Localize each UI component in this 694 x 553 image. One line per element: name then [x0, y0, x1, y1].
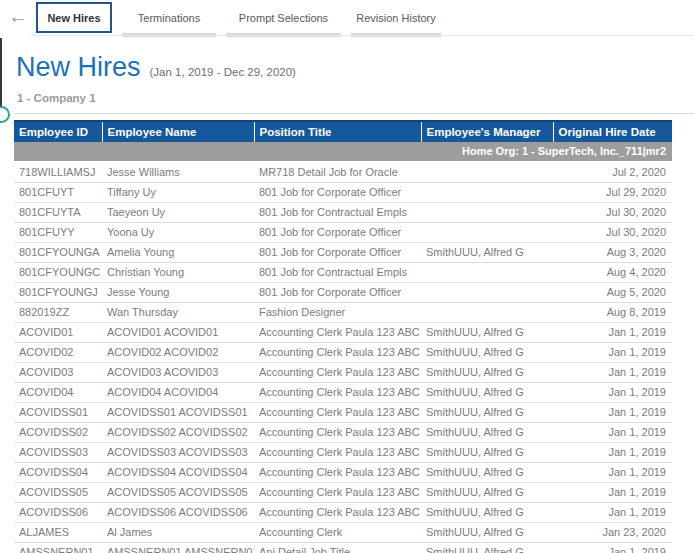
cell-employee-id: 801CFYOUNGJ — [14, 283, 102, 303]
cell-employee-name: Tiffany Uy — [102, 183, 254, 203]
cell-employee-name: AMSSNERN01 AMSSNERN01 — [102, 543, 254, 553]
cell-original-hire-date: Jan 1, 2019 — [553, 423, 672, 443]
cell-employee-name: ACOVIDSS06 ACOVIDSS06 — [102, 503, 254, 523]
cell-position-title: Accounting Clerk Paula 123 ABC — [254, 363, 421, 383]
cell-position-title: Accounting Clerk Paula 123 ABC — [254, 383, 421, 403]
cell-employee-id: ACOVIDSS06 — [14, 503, 102, 523]
cell-employee-name: Jesse Young — [102, 283, 254, 303]
cell-employees-manager — [421, 203, 553, 223]
cell-position-title: MR718 Detail Job for Oracle — [254, 162, 421, 183]
table-row: ACOVID01ACOVID01 ACOVID01Accounting Cler… — [14, 323, 672, 343]
cell-position-title: Accounting Clerk Paula 123 ABC — [254, 343, 421, 363]
cell-employees-manager: SmithUUU, Alfred G — [421, 323, 553, 343]
cell-employees-manager: SmithUUU, Alfred G — [421, 543, 553, 553]
table-row: 718WILLIAMSJJesse WilliamsMR718 Detail J… — [14, 162, 672, 183]
cell-employees-manager: SmithUUU, Alfred G — [421, 483, 553, 503]
cell-employee-id: ACOVID04 — [14, 383, 102, 403]
group-header-label: Home Org: 1 - SuperTech, Inc._711|mr2 — [14, 142, 672, 162]
cell-employees-manager: SmithUUU, Alfred G — [421, 423, 553, 443]
cell-original-hire-date: Jan 1, 2019 — [553, 503, 672, 523]
cell-original-hire-date: Jul 30, 2020 — [553, 203, 672, 223]
cell-employees-manager: SmithUUU, Alfred G — [421, 523, 553, 543]
column-header-employee-id[interactable]: Employee ID — [14, 121, 102, 142]
cell-employee-id: 801CFUYT — [14, 183, 102, 203]
cell-employee-id: ACOVID01 — [14, 323, 102, 343]
tab-terminations[interactable]: Terminations — [122, 2, 216, 37]
cell-employees-manager — [421, 183, 553, 203]
table-row: 801CFUYTTiffany Uy801 Job for Corporate … — [14, 183, 672, 203]
column-header-position-title[interactable]: Position Title — [254, 121, 421, 142]
cell-position-title: 801 Job for Corporate Officer — [254, 223, 421, 243]
cell-employee-id: ACOVIDSS01 — [14, 403, 102, 423]
cell-position-title: Accounting Clerk — [254, 523, 421, 543]
table-row: ACOVIDSS06ACOVIDSS06 ACOVIDSS06Accountin… — [14, 503, 672, 523]
table-row: ACOVIDSS05ACOVIDSS05 ACOVIDSS05Accountin… — [14, 483, 672, 503]
cell-employees-manager: SmithUUU, Alfred G — [421, 243, 553, 263]
new-hires-table: Employee ID Employee Name Position Title… — [14, 120, 672, 553]
cell-original-hire-date: Jan 1, 2019 — [553, 323, 672, 343]
cell-original-hire-date: Jan 1, 2019 — [553, 363, 672, 383]
cell-employees-manager: SmithUUU, Alfred G — [421, 443, 553, 463]
cell-employee-name: Jesse Williams — [102, 162, 254, 183]
cell-original-hire-date: Aug 5, 2020 — [553, 283, 672, 303]
cell-employees-manager: SmithUUU, Alfred G — [421, 403, 553, 423]
cell-position-title: 801 Job for Contractual Empls — [254, 263, 421, 283]
cell-employee-id: ACOVIDSS02 — [14, 423, 102, 443]
cell-employee-name: ACOVIDSS05 ACOVIDSS05 — [102, 483, 254, 503]
cell-employee-name: ACOVIDSS02 ACOVIDSS02 — [102, 423, 254, 443]
cell-original-hire-date: Jul 29, 2020 — [553, 183, 672, 203]
cell-position-title: Accounting Clerk Paula 123 ABC — [254, 323, 421, 343]
back-arrow-icon[interactable]: ← — [6, 4, 30, 28]
cell-employees-manager: SmithUUU, Alfred G — [421, 463, 553, 483]
cell-original-hire-date: Jan 1, 2019 — [553, 463, 672, 483]
table-row: ALJAMESAl JamesAccounting ClerkSmithUUU,… — [14, 523, 672, 543]
cell-employees-manager — [421, 162, 553, 183]
table-row: ACOVID04ACOVID04 ACOVID04Accounting Cler… — [14, 383, 672, 403]
cell-employee-name: ACOVID04 ACOVID04 — [102, 383, 254, 403]
cell-position-title: 801 Job for Corporate Officer — [254, 243, 421, 263]
cell-employee-id: ACOVID02 — [14, 343, 102, 363]
table-row: ACOVIDSS01ACOVIDSS01 ACOVIDSS01Accountin… — [14, 403, 672, 423]
cell-employee-name: Yoona Uy — [102, 223, 254, 243]
tab-new-hires[interactable]: New Hires — [36, 2, 112, 33]
table-row: 801CFUYTATaeyeon Uy801 Job for Contractu… — [14, 203, 672, 223]
cell-position-title: 801 Job for Corporate Officer — [254, 283, 421, 303]
column-header-employee-name[interactable]: Employee Name — [102, 121, 254, 142]
cell-employee-name: ACOVID01 ACOVID01 — [102, 323, 254, 343]
table-row: ACOVIDSS03ACOVIDSS03 ACOVIDSS03Accountin… — [14, 443, 672, 463]
table-row: ACOVIDSS02ACOVIDSS02 ACOVIDSS02Accountin… — [14, 423, 672, 443]
cell-employee-name: Wan Thursday — [102, 303, 254, 323]
tab-prompt-selections[interactable]: Prompt Selections — [226, 2, 341, 37]
cell-position-title: Accounting Clerk Paula 123 ABC — [254, 443, 421, 463]
column-header-employees-manager[interactable]: Employee's Manager — [421, 121, 553, 142]
cell-position-title: Accounting Clerk Paula 123 ABC — [254, 503, 421, 523]
cell-employee-name: ACOVID03 ACOVID03 — [102, 363, 254, 383]
cell-employee-id: 801CFYOUNGC — [14, 263, 102, 283]
table-header: Employee ID Employee Name Position Title… — [14, 121, 672, 142]
report-area: New Hires (Jan 1, 2019 - Dec 29, 2020) 1… — [0, 38, 694, 553]
title-row: New Hires (Jan 1, 2019 - Dec 29, 2020) — [16, 52, 694, 83]
cell-employee-id: ACOVIDSS05 — [14, 483, 102, 503]
cell-employee-name: Taeyeon Uy — [102, 203, 254, 223]
page-title: New Hires — [16, 52, 141, 83]
cell-employee-name: ACOVID02 ACOVID02 — [102, 343, 254, 363]
tab-bar: ← New Hires Terminations Prompt Selectio… — [0, 0, 694, 38]
cell-original-hire-date: Jan 1, 2019 — [553, 483, 672, 503]
cell-employee-name: ACOVIDSS04 ACOVIDSS04 — [102, 463, 254, 483]
cell-employee-id: 801CFUYY — [14, 223, 102, 243]
column-header-original-hire-date[interactable]: Original Hire Date — [553, 121, 672, 142]
tabbar-underline — [30, 35, 694, 36]
cell-original-hire-date: Aug 4, 2020 — [553, 263, 672, 283]
cell-employee-id: ALJAMES — [14, 523, 102, 543]
cell-position-title: Anj Detail Job Title — [254, 543, 421, 553]
cell-employee-id: AMSSNERN01 — [14, 543, 102, 553]
cell-employees-manager: SmithUUU, Alfred G — [421, 363, 553, 383]
cell-position-title: Accounting Clerk Paula 123 ABC — [254, 423, 421, 443]
cell-employee-id: 718WILLIAMSJ — [14, 162, 102, 183]
cell-original-hire-date: Jan 1, 2019 — [553, 403, 672, 423]
cell-employees-manager: SmithUUU, Alfred G — [421, 503, 553, 523]
table-row: 882019ZZWan ThursdayFashion DesignerAug … — [14, 303, 672, 323]
cell-employee-name: Al James — [102, 523, 254, 543]
tab-revision-history[interactable]: Revision History — [351, 2, 441, 37]
cell-original-hire-date: Jan 23, 2020 — [553, 523, 672, 543]
